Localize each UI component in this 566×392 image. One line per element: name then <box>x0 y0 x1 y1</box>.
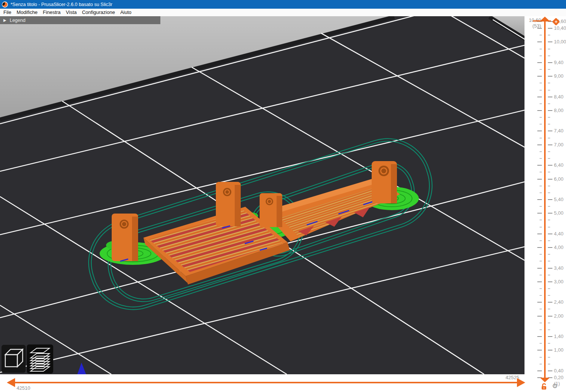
move-slider-track[interactable] <box>14 382 519 383</box>
layer-tick <box>540 240 542 241</box>
layer-tick <box>548 206 550 207</box>
layer-tick <box>548 199 552 200</box>
layer-tick <box>548 35 550 35</box>
plus-icon: + <box>555 19 558 24</box>
layer-tick <box>548 295 550 296</box>
layer-tick-label: 3,40 <box>554 265 563 271</box>
view-button-3d-editor[interactable] <box>2 345 26 373</box>
layer-tick <box>540 90 542 91</box>
layer-tick-label: 8,00 <box>554 108 563 113</box>
layer-tick <box>548 192 550 193</box>
layer-tick <box>548 350 552 350</box>
layer-tick <box>537 302 542 303</box>
layer-tick <box>548 172 550 172</box>
layer-tick <box>540 103 542 104</box>
layer-tick <box>540 69 542 70</box>
layer-tick <box>548 103 550 104</box>
unlock-icon[interactable] <box>540 383 548 390</box>
layer-tick <box>548 254 550 255</box>
layer-tick <box>548 158 550 159</box>
layer-tick <box>548 247 552 248</box>
cube-3d-icon <box>2 345 26 373</box>
viewport-3d[interactable] <box>0 16 524 374</box>
move-slider-start-value: 42510 <box>17 385 30 391</box>
layer-tick <box>540 309 542 309</box>
layer-tick <box>548 323 550 323</box>
layer-tick <box>540 35 542 35</box>
layer-tick <box>537 268 542 269</box>
layer-tick <box>548 76 552 77</box>
layer-slider-track[interactable] <box>544 22 546 378</box>
layer-tick-label: 1,40 <box>554 334 563 339</box>
layer-tick <box>548 117 550 118</box>
layer-tick <box>548 69 550 70</box>
layer-tick <box>548 151 550 152</box>
layer-tick-label: 2,40 <box>554 299 563 305</box>
layer-tick <box>548 275 550 275</box>
layer-tick <box>548 281 552 282</box>
prusa-logo-icon <box>2 2 8 8</box>
layer-tick-label: 10,00 <box>554 39 566 45</box>
layer-tick <box>548 179 552 180</box>
layer-tick-label: 6,00 <box>554 176 563 182</box>
layer-tick-label: 10,40 <box>554 25 566 31</box>
layer-tick <box>540 275 542 275</box>
layer-tick <box>540 83 542 83</box>
gear-settings-icon[interactable]: ⚙ <box>552 382 558 390</box>
layer-tick-label: 9,40 <box>554 60 563 65</box>
legend-expand-icon: ▶ <box>3 18 6 22</box>
layer-tick <box>540 117 542 118</box>
gcode-preview-canvas[interactable] <box>0 16 524 374</box>
layer-tick <box>548 165 552 166</box>
layer-tick <box>540 323 542 323</box>
layer-tick <box>540 364 542 364</box>
layer-tick <box>548 55 550 56</box>
layer-slider-top-handle[interactable] <box>540 17 550 22</box>
layer-tick <box>548 343 550 344</box>
layer-tick-label: 2,00 <box>554 313 563 319</box>
layer-tick <box>537 234 542 234</box>
menu-bar: File Modifiche Finestra Vista Configuraz… <box>0 9 566 17</box>
layer-tick <box>540 124 542 125</box>
layer-tick <box>540 158 542 159</box>
layer-tick-label: 4,40 <box>554 231 563 237</box>
layer-tick <box>540 192 542 193</box>
layer-tick <box>548 364 550 364</box>
menu-finestra[interactable]: Finestra <box>40 9 63 16</box>
layer-slider-bottom-handle[interactable] <box>540 378 550 382</box>
menu-vista[interactable]: Vista <box>63 9 80 16</box>
view-button-layers-preview[interactable] <box>27 344 53 374</box>
layer-tick <box>548 131 552 131</box>
layer-tick-label: 5,40 <box>554 197 563 202</box>
layer-tick <box>540 220 542 220</box>
menu-configurazione[interactable]: Configurazione <box>79 9 117 16</box>
menu-file[interactable]: File <box>1 9 14 16</box>
layer-tick-label: 8,40 <box>554 94 563 100</box>
layer-tick <box>548 110 552 111</box>
layer-tick-label: 3,00 <box>554 279 563 284</box>
layer-tick <box>548 49 550 49</box>
move-slider-right-handle[interactable] <box>517 378 525 387</box>
layer-tick <box>548 138 550 138</box>
layer-tick <box>548 90 550 91</box>
layer-tick <box>540 172 542 172</box>
layer-tick <box>537 110 542 111</box>
layer-tick <box>548 288 550 289</box>
menu-modifiche[interactable]: Modifiche <box>14 9 40 16</box>
menu-aiuto[interactable]: Aiuto <box>118 9 134 16</box>
layer-tick-label: 5,00 <box>554 210 563 216</box>
layer-tick <box>548 336 552 337</box>
layer-tick <box>548 124 550 125</box>
layer-tick <box>537 247 542 248</box>
layer-tick <box>540 261 542 261</box>
layer-tick <box>537 336 542 337</box>
layer-tick <box>548 42 552 42</box>
layer-tick <box>537 145 542 145</box>
layer-tick-label: 0,40 <box>554 368 563 374</box>
layer-tick <box>548 309 550 309</box>
layer-tick-label: 4,00 <box>554 244 563 250</box>
layer-tick <box>548 83 550 83</box>
layer-tick <box>540 151 542 152</box>
legend-bar[interactable]: ▶ Legend <box>0 16 160 24</box>
layer-tick-label: 7,40 <box>554 128 563 134</box>
